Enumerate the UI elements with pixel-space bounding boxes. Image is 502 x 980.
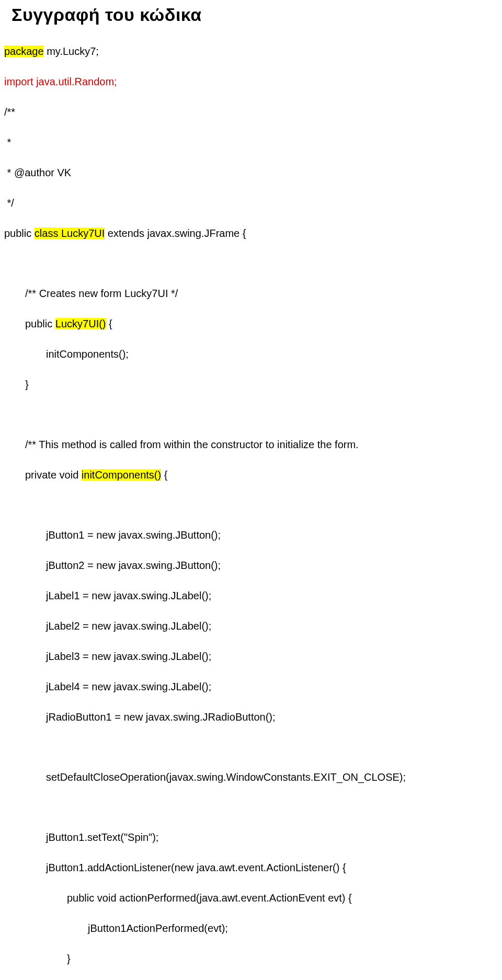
code-text: jButton1.setText("Spin");	[4, 830, 158, 845]
code-text: public void actionPerformed(java.awt.eve…	[4, 891, 352, 906]
code-text: jLabel4 = new javax.swing.JLabel();	[4, 679, 211, 694]
code-text: jButton1ActionPerformed(evt);	[4, 921, 228, 936]
code-text: }	[4, 951, 71, 966]
code-text: jButton2 = new javax.swing.JButton();	[4, 558, 221, 573]
document-page: Συγγραφή του κώδικα package my.Lucky7; i…	[0, 2, 502, 980]
code-text: my.Lucky7;	[44, 45, 99, 57]
code-text: public	[25, 318, 55, 329]
code-text: jButton1 = new javax.swing.JButton();	[4, 528, 221, 543]
code-text: public	[4, 227, 35, 239]
code-text: initComponents()	[82, 469, 161, 481]
code-text: jRadioButton1 = new javax.swing.JRadioBu…	[4, 710, 276, 725]
code-text: /** Creates new form Lucky7UI */	[4, 286, 178, 301]
code-text: package	[4, 45, 44, 57]
code-text: setDefaultCloseOperation(javax.swing.Win…	[4, 770, 406, 785]
code-text: jLabel1 = new javax.swing.JLabel();	[4, 588, 211, 603]
code-text: * @author VK	[4, 167, 71, 178]
code-text: jButton1.addActionListener(new java.awt.…	[4, 860, 346, 875]
code-text: }	[4, 377, 29, 392]
code-text: {	[106, 318, 112, 329]
code-text: import	[4, 76, 33, 87]
code-text: {	[161, 469, 167, 481]
code-text: *	[4, 136, 11, 148]
code-text: Lucky7UI()	[55, 318, 106, 329]
code-text: private void	[25, 469, 82, 481]
code-text: class Lucky7UI	[35, 227, 105, 239]
code-block: package my.Lucky7; import java.util.Rand…	[4, 29, 498, 980]
code-text: initComponents();	[4, 347, 129, 362]
code-text: /** This method is called from within th…	[4, 437, 359, 452]
code-text: jLabel3 = new javax.swing.JLabel();	[4, 649, 211, 664]
code-text: jLabel2 = new javax.swing.JLabel();	[4, 619, 211, 634]
code-text: */	[4, 197, 14, 209]
code-text: java.util.Random;	[33, 76, 117, 87]
code-text: /**	[4, 106, 15, 118]
code-text: extends javax.swing.JFrame {	[105, 227, 246, 239]
page-title: Συγγραφή του κώδικα	[12, 2, 498, 28]
